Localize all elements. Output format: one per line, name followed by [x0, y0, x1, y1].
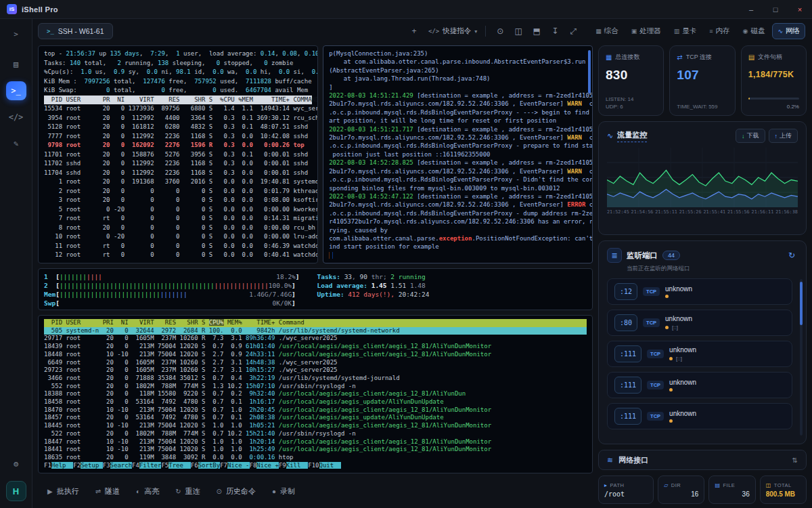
- log-terminal-pane[interactable]: p(MysqlConnection.java:235) at com.aliba…: [323, 45, 593, 263]
- terminal-line: KiB Swap: 0 total, 0 free, 0 used. 64677…: [44, 86, 312, 96]
- traffic-monitor-title: 流量监控: [617, 130, 647, 142]
- status-dot: [669, 419, 673, 423]
- htop-process-pane[interactable]: PID USER PRI NI VIRT RES SHR S CPU% MEM%…: [38, 315, 593, 473]
- edit-icon[interactable]: ✎: [6, 134, 26, 153]
- split-horizontal-icon[interactable]: ◫: [512, 26, 524, 36]
- collapse-chevron-icon[interactable]: >: [6, 24, 26, 43]
- tab-network-label: 网络: [786, 26, 800, 36]
- status-dot: [665, 326, 669, 329]
- upload-toggle-button[interactable]: ↑上传: [769, 129, 798, 143]
- terminal-line: Load average: 1.45 1.51 1.48: [317, 281, 430, 290]
- network-interfaces-header[interactable]: ≋ 网络接口 ⇅: [598, 450, 807, 470]
- status-dot: [665, 295, 669, 298]
- total-connections-card[interactable]: ▦总连接数 830 LISTEN: 14 UDP: 6: [598, 45, 664, 116]
- tcp-connections-card[interactable]: ⇄TCP 连接 107 TIME_WAIT: 559: [669, 45, 735, 116]
- new-tab-button[interactable]: +: [408, 26, 420, 36]
- total-card[interactable]: ◫TOTAL 800.5 MB: [760, 475, 807, 504]
- file-card[interactable]: ▤FILE 36: [708, 475, 755, 504]
- port-row[interactable]: :111 TCP unknown: [607, 403, 792, 429]
- dir-card[interactable]: ▱DIR 16: [658, 475, 704, 504]
- terminal-line: 29717 root 20 0 1605M 237M 10260 R 7.3 3…: [44, 335, 587, 343]
- terminal-line: 18470 root 10 -10 213M 75004 12020 S 0.7…: [44, 406, 587, 415]
- stat-card-value: 36: [715, 490, 749, 498]
- port-process-name: unknown: [669, 379, 696, 386]
- tab-overview[interactable]: ▦综合: [590, 23, 624, 39]
- fullscreen-icon[interactable]: ⤢: [567, 26, 579, 36]
- traffic-chart: [607, 148, 798, 207]
- stat-card-icon: ▱: [664, 482, 669, 488]
- x-axis-tick-label: 21:56:38: [775, 209, 798, 215]
- terminal-icon[interactable]: >_: [6, 81, 26, 100]
- ports-scrollbar[interactable]: [800, 282, 803, 325]
- gear-icon[interactable]: ⚙: [6, 454, 26, 473]
- quick-commands-button[interactable]: </> 快捷指令 ▾: [428, 26, 477, 36]
- udp-count: UDP: 6: [606, 104, 656, 110]
- expand-icon[interactable]: ⇅: [792, 457, 798, 464]
- maximize-button[interactable]: □: [763, 0, 788, 18]
- terminal-line: 3954 root 20 0 112992 4400 3364 S 0.3 0.…: [44, 114, 312, 123]
- terminal-line: 2 root 20 0 0 0 0 S 0.0 0.0 0:01.79 kthr…: [44, 187, 312, 196]
- file-handles-value: 1,184/775K: [748, 70, 799, 79]
- highlight-button[interactable]: ◐ 高亮: [136, 486, 159, 496]
- port-row[interactable]: :80 TCP unknown [::]: [607, 310, 792, 336]
- port-row[interactable]: :111 TCP unknown: [607, 372, 792, 398]
- refresh-icon[interactable]: ↻: [788, 251, 795, 260]
- minimize-button[interactable]: –: [739, 0, 763, 18]
- log-scrollbar[interactable]: [588, 50, 591, 93]
- cast-icon[interactable]: ⊙: [494, 26, 506, 36]
- history-button[interactable]: ⊙ 历史命令: [217, 486, 256, 496]
- file-handles-percent: 0.2%: [748, 104, 799, 110]
- status-dot: [669, 357, 673, 360]
- terminal-line: 505 systemd-n 20 0 32644 2972 2684 R 100…: [44, 327, 587, 335]
- session-stats-cards: ▸PATH /root ▱DIR 16 ▤FILE 36: [598, 475, 807, 504]
- record-button[interactable]: ● 录制: [272, 486, 295, 496]
- terminal-line: 11 root rt 0 0 0 0 S 0.0 0.0 0:46.39 wat…: [44, 242, 312, 251]
- tab-cpu[interactable]: ▣处理器: [626, 23, 667, 39]
- top-terminal-pane[interactable]: top - 21:56:37 up 135 days, 7:29, 1 user…: [38, 45, 318, 263]
- panels-icon[interactable]: ▤: [6, 55, 26, 74]
- toolbar-item-icon: ⊙: [217, 488, 222, 495]
- terminal-line: 18441 root 10 -10 213M 75004 12020 S 1.0…: [44, 446, 587, 454]
- htop-meters-pane[interactable]: 1 [||||||||||| 18.2%]2 [||||||||||||||||…: [38, 268, 593, 310]
- download-toggle-label: 下载: [747, 131, 759, 140]
- tab-memory[interactable]: ≡内存: [704, 23, 735, 39]
- port-row[interactable]: :12 TCP unknown: [607, 278, 792, 305]
- split-vertical-icon[interactable]: ⬒: [531, 26, 543, 36]
- session-tab[interactable]: >_ SSH - W61-61: [38, 23, 113, 39]
- tab-gpu[interactable]: ▥显卡: [669, 23, 702, 39]
- toolbar-item-label: 重连: [185, 486, 200, 496]
- chevron-down-icon: ▾: [474, 28, 477, 35]
- tab-disk[interactable]: ◉磁盘: [738, 23, 771, 39]
- toolbar-item-icon: ●: [272, 488, 276, 495]
- stat-card-value: 16: [664, 490, 698, 498]
- terminal-line: top - 21:56:37 up 135 days, 7:29, 1 user…: [44, 49, 312, 59]
- file-handles-progress-fill: [748, 98, 750, 100]
- reconnect-button[interactable]: ↻ 重连: [175, 486, 200, 496]
- listening-ports-card: ≣ 监听端口 44 ↻ 当前正在监听的网络端口 :12 TCP: [598, 240, 807, 444]
- terminal-line: KiB Mem : 7997256 total, 127476 free, 75…: [44, 77, 312, 87]
- code-icon[interactable]: </>: [6, 108, 26, 127]
- terminal-line: 18388 root 20 0 118M 15580 9220 S 0.7 0.…: [44, 390, 587, 398]
- download-session-icon[interactable]: ↧: [549, 26, 561, 36]
- tunnel-button[interactable]: ⇌ 隧道: [95, 486, 120, 496]
- download-toggle-button[interactable]: ↓下载: [736, 129, 765, 143]
- htop-process-table: PID USER PRI NI VIRT RES SHR S CPU% MEM%…: [44, 319, 587, 469]
- terminal-line: 15534 root 20 0 1373936 89756 6880 S 1.4…: [44, 104, 312, 114]
- toolbar-item-label: 录制: [280, 486, 295, 496]
- terminal-line: 2022-08-03 14:52:28.825 [destination = e…: [329, 158, 587, 167]
- close-button[interactable]: ×: [788, 0, 812, 18]
- tcp-connections-value: 107: [677, 68, 727, 83]
- file-handles-card[interactable]: ▤文件句柄 1,184/775K 0.2%: [741, 45, 807, 116]
- cpu-icon: ▣: [631, 28, 637, 35]
- tab-network[interactable]: ∿网络: [772, 23, 805, 39]
- traffic-monitor-card: ∿ 流量监控 ↓下载 ↑上传: [598, 121, 807, 235]
- terminal-line: 2bu1r7o.mysql.rds.aliyuncs.com/182.92.52…: [329, 167, 587, 175]
- terminal-line: at com.alibaba.otter.canal.parse.inbound…: [329, 58, 587, 66]
- batch-exec-button[interactable]: ▶ 批执行: [47, 486, 79, 496]
- terminal-line: .o.c.p.inbound.mysql.rds.RdsBinlogEventP…: [329, 175, 587, 184]
- terminal-line: 11702 sshd 20 0 112992 2236 1168 S 0.3 0…: [44, 159, 312, 169]
- quick-commands-label: 快捷指令: [443, 26, 471, 36]
- path-card[interactable]: ▸PATH /root: [598, 475, 654, 504]
- terminal-line: 2022-08-03 14:51:21.429 [destination = e…: [329, 91, 587, 100]
- port-row[interactable]: :111 TCP unknown [::]: [607, 341, 792, 367]
